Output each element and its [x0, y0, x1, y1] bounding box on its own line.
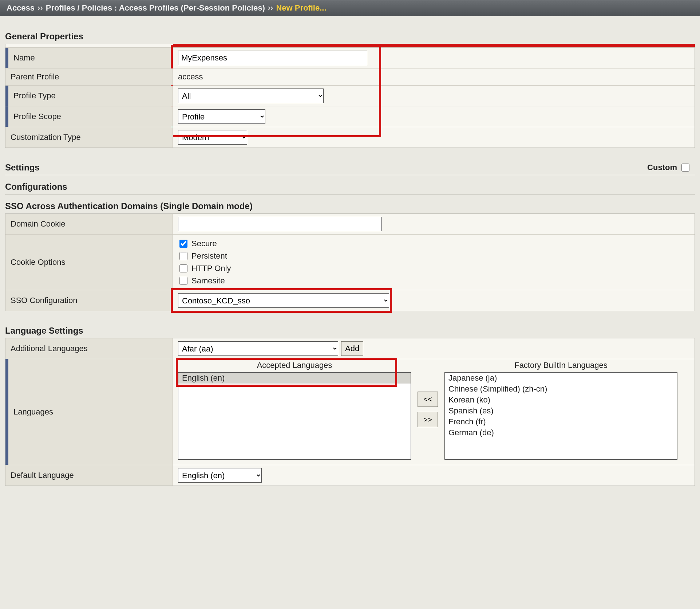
cookie-persistent-checkbox[interactable] — [179, 252, 187, 260]
factory-languages-column: Factory BuiltIn Languages Japanese (ja)C… — [444, 359, 677, 460]
language-settings-table: Additional Languages Afar (aa) Add Langu… — [5, 338, 695, 486]
cookie-httponly-label: HTTP Only — [191, 264, 231, 273]
row-customization-type: Customization Type Modern — [5, 127, 695, 148]
section-title-sso-domains: SSO Across Authentication Domains (Singl… — [5, 195, 695, 214]
accepted-language-option[interactable]: English (en) — [178, 373, 411, 384]
accepted-languages-listbox[interactable]: English (en) — [178, 372, 411, 460]
breadcrumb-current: New Profile... — [276, 3, 326, 13]
section-title-language-settings: Language Settings — [5, 311, 695, 338]
cookie-samesite-row[interactable]: Samesite — [178, 275, 231, 287]
custom-checkbox[interactable] — [681, 164, 689, 172]
row-additional-languages: Additional Languages Afar (aa) Add — [5, 338, 695, 359]
row-cookie-options: Cookie Options Secure Persistent HTTP On… — [5, 234, 695, 290]
sso-domains-table: Domain Cookie Cookie Options Secure Pers… — [5, 214, 695, 311]
custom-label: Custom — [647, 163, 677, 172]
label-name: Name — [13, 53, 35, 63]
factory-language-option[interactable]: German (de) — [445, 427, 677, 438]
accepted-languages-column: Accepted Languages English (en) — [178, 359, 411, 460]
row-default-language: Default Language English (en) — [5, 465, 695, 486]
label-languages: Languages — [13, 407, 53, 417]
label-profile-type: Profile Type — [13, 91, 56, 101]
default-language-select[interactable]: English (en) — [178, 468, 262, 483]
domain-cookie-input[interactable] — [178, 217, 382, 231]
profile-type-select[interactable]: All — [178, 89, 324, 103]
settings-heading: Settings — [5, 162, 40, 173]
cookie-samesite-label: Samesite — [191, 276, 225, 286]
cookie-secure-row[interactable]: Secure — [178, 237, 231, 250]
breadcrumb-root[interactable]: Access — [7, 3, 35, 13]
factory-language-option[interactable]: French (fr) — [445, 416, 677, 427]
move-right-button[interactable]: >> — [418, 412, 438, 427]
label-domain-cookie: Domain Cookie — [11, 219, 65, 229]
row-profile-type: Profile Type All — [5, 85, 695, 106]
breadcrumb-sep-icon: ›› — [268, 3, 273, 13]
label-cookie-options: Cookie Options — [11, 258, 65, 267]
breadcrumb-sep-icon: ›› — [37, 3, 43, 13]
row-profile-scope: Profile Scope Profile — [5, 106, 695, 127]
section-title-configurations: Configurations — [5, 175, 695, 195]
row-name: Name — [5, 47, 695, 68]
accepted-languages-header: Accepted Languages — [257, 359, 332, 372]
cookie-persistent-row[interactable]: Persistent — [178, 250, 231, 262]
cookie-httponly-row[interactable]: HTTP Only — [178, 262, 231, 275]
name-input[interactable] — [178, 51, 367, 65]
label-additional-languages: Additional Languages — [11, 344, 88, 353]
label-sso-configuration: SSO Configuration — [11, 296, 77, 305]
move-left-button[interactable]: << — [418, 392, 438, 407]
row-languages: Languages Accepted Languages English (en… — [5, 359, 695, 465]
general-properties-table: Name Parent Profile access Profile Type … — [5, 44, 695, 148]
cookie-secure-checkbox[interactable] — [179, 240, 187, 248]
label-default-language: Default Language — [11, 471, 74, 480]
value-parent-profile: access — [178, 72, 203, 82]
label-customization-type: Customization Type — [11, 133, 81, 142]
cookie-httponly-checkbox[interactable] — [179, 264, 187, 272]
add-language-button[interactable]: Add — [341, 341, 363, 356]
cookie-secure-label: Secure — [191, 239, 217, 248]
profile-scope-select[interactable]: Profile — [178, 109, 265, 124]
breadcrumb-bar: Access ›› Profiles / Policies : Access P… — [0, 0, 700, 16]
factory-languages-listbox[interactable]: Japanese (ja)Chinese (Simplified) (zh-cn… — [444, 372, 677, 460]
factory-language-option[interactable]: Chinese (Simplified) (zh-cn) — [445, 384, 677, 394]
row-domain-cookie: Domain Cookie — [5, 214, 695, 234]
row-sso-configuration: SSO Configuration Contoso_KCD_sso — [5, 290, 695, 311]
cookie-samesite-checkbox[interactable] — [179, 277, 187, 285]
additional-languages-select[interactable]: Afar (aa) — [178, 341, 338, 356]
label-parent-profile: Parent Profile — [11, 72, 59, 82]
factory-language-option[interactable]: Spanish (es) — [445, 405, 677, 416]
customization-type-select[interactable]: Modern — [178, 130, 247, 145]
factory-language-option[interactable]: Japanese (ja) — [445, 373, 677, 384]
factory-languages-header: Factory BuiltIn Languages — [514, 359, 608, 372]
label-profile-scope: Profile Scope — [13, 112, 61, 121]
section-title-general: General Properties — [5, 23, 695, 44]
breadcrumb-path[interactable]: Profiles / Policies : Access Profiles (P… — [46, 3, 265, 13]
factory-language-option[interactable]: Korean (ko) — [445, 394, 677, 405]
section-title-settings: Settings Custom — [5, 148, 695, 175]
row-parent-profile: Parent Profile access — [5, 68, 695, 85]
sso-configuration-select[interactable]: Contoso_KCD_sso — [178, 293, 389, 308]
cookie-persistent-label: Persistent — [191, 251, 227, 261]
